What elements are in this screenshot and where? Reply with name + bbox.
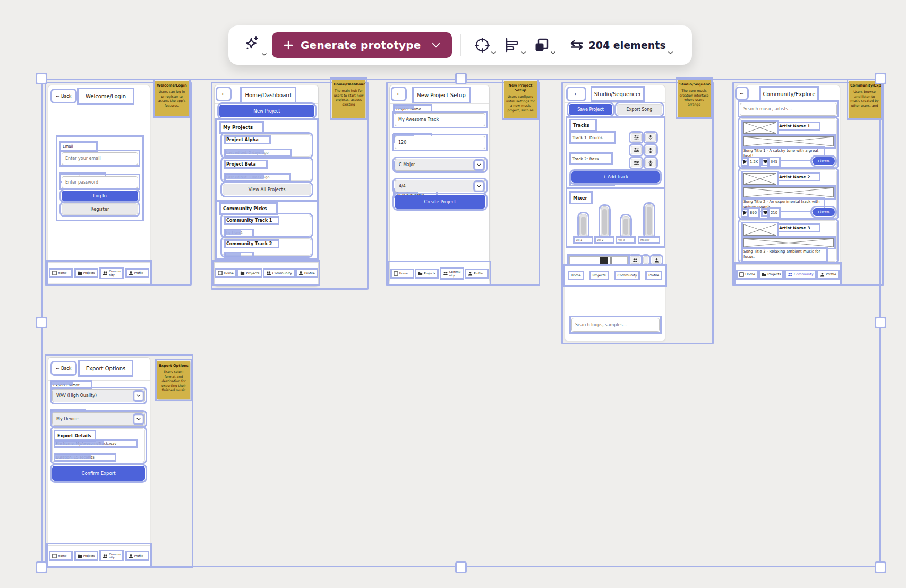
- tempo-input[interactable]: [395, 136, 485, 149]
- heart-icon[interactable]: [763, 159, 768, 164]
- create-project-button[interactable]: Create Project: [395, 195, 485, 209]
- add-track-button[interactable]: + Add Track: [571, 171, 660, 183]
- nav-item-profile[interactable]: Profile: [127, 553, 147, 559]
- sticky-note-dashboard[interactable]: Home/DashboardThe main hub for users to …: [332, 80, 365, 118]
- login-button[interactable]: Log In: [62, 191, 138, 201]
- sticky-note-studio[interactable]: Studio/SequencerThe core music creation …: [678, 80, 711, 117]
- nav-item-community[interactable]: Community: [442, 270, 462, 278]
- project-card[interactable]: Project Beta Last edited: 1 week ago: [223, 159, 311, 181]
- music-search-input[interactable]: [740, 103, 837, 116]
- register-button[interactable]: Register: [62, 203, 138, 215]
- community-song-card[interactable]: Artist Name 1 Song Title 1 - A catchy tu…: [740, 118, 837, 167]
- destination-select[interactable]: My Device: [52, 412, 145, 426]
- save-project-button[interactable]: Save Project: [569, 104, 612, 115]
- sliders-icon[interactable]: [631, 146, 642, 154]
- play-icon[interactable]: [743, 210, 747, 215]
- selection-handle-top-right[interactable]: [875, 73, 886, 84]
- nav-item-home[interactable]: Home: [738, 272, 756, 278]
- selection-handle-bottom-right[interactable]: [875, 561, 886, 573]
- sticky-note-new-project[interactable]: New Project SetupUsers configure initial…: [504, 81, 537, 118]
- selection-handle-mid-right[interactable]: [875, 317, 886, 328]
- mic-icon[interactable]: [645, 146, 656, 154]
- export-song-button[interactable]: Export Song: [617, 104, 662, 115]
- design-canvas[interactable]: ← Back Welcome/Login Email Password Log …: [0, 0, 906, 588]
- nav-item-profile[interactable]: Profile: [647, 273, 660, 278]
- nav-item-community[interactable]: Community: [265, 270, 293, 276]
- nav-item-projects[interactable]: Projects: [417, 271, 437, 276]
- screen-community[interactable]: ← Community/Explore Artist Name 1 Song T…: [736, 85, 840, 283]
- nav-item-community[interactable]: Community: [101, 269, 122, 277]
- nav-item-profile[interactable]: Profile: [127, 270, 147, 276]
- listen-button[interactable]: Listen: [813, 157, 835, 165]
- elements-count[interactable]: 204 elements: [570, 39, 671, 51]
- sticky-note-login[interactable]: Welcome/LoginUsers can log in or registe…: [155, 81, 189, 116]
- nav-item-home[interactable]: Home: [51, 553, 71, 559]
- nav-item-home[interactable]: Home: [570, 273, 582, 278]
- nav-item-home[interactable]: Home: [51, 270, 71, 276]
- screen-login[interactable]: ← Back Welcome/Login Email Password Log …: [48, 85, 150, 282]
- project-name-input[interactable]: [395, 113, 485, 126]
- back-button[interactable]: ←: [393, 89, 405, 99]
- password-input[interactable]: [62, 176, 138, 188]
- nav-item-profile[interactable]: Profile: [819, 272, 837, 278]
- view-all-projects-button[interactable]: View All Projects: [223, 184, 311, 195]
- nav-item-community[interactable]: Community: [616, 273, 638, 278]
- community-track-card[interactable]: Community Track 2 by UserB: [223, 238, 311, 256]
- selection-handle-bottom-center[interactable]: [455, 561, 467, 573]
- nav-item-projects[interactable]: Projects: [239, 270, 260, 276]
- back-button[interactable]: ← Back: [53, 363, 75, 374]
- key-select[interactable]: C Major: [395, 159, 485, 171]
- volume-slider[interactable]: [579, 214, 587, 237]
- mic-icon[interactable]: [645, 133, 656, 142]
- nav-item-community[interactable]: Community: [787, 272, 815, 278]
- ai-tools-group[interactable]: [241, 34, 263, 56]
- project-card[interactable]: Project Alpha Last edited: 2 days ago: [223, 134, 311, 157]
- sliders-icon[interactable]: [631, 133, 642, 142]
- sticky-note-export[interactable]: Export OptionsUsers select format and de…: [157, 361, 190, 399]
- time-signature-select[interactable]: 4/4: [395, 180, 485, 192]
- volume-slider[interactable]: [622, 216, 630, 237]
- nav-item-home[interactable]: Home: [392, 271, 412, 276]
- listen-button[interactable]: Listen: [813, 208, 835, 216]
- selection-handle-bottom-left[interactable]: [36, 561, 47, 573]
- nav-item-projects[interactable]: Projects: [592, 273, 607, 278]
- selection-handle-top-left[interactable]: [36, 73, 47, 84]
- community-song-card[interactable]: Artist Name 2 Song Title 2 - An experime…: [740, 169, 837, 218]
- screen-new-project[interactable]: ← New Project Setup Project Name Tempo (…: [389, 85, 490, 283]
- back-button[interactable]: ← Back: [53, 91, 75, 101]
- nav-item-projects[interactable]: Projects: [760, 272, 782, 278]
- export-format-select[interactable]: WAV (High Quality): [52, 389, 145, 402]
- screen-dashboard[interactable]: ← Home/Dashboard New Project My Projects…: [214, 85, 319, 287]
- community-track-card[interactable]: Community Track 1 by UserA: [223, 215, 311, 236]
- volume-slider[interactable]: [601, 206, 609, 237]
- loops-search-input[interactable]: [571, 318, 660, 332]
- screen-studio[interactable]: ← Studio/Sequencer Save Project Export S…: [565, 85, 665, 341]
- sticky-note-community[interactable]: Community/ExploreUsers browse and listen…: [849, 81, 881, 118]
- sliders-icon[interactable]: [631, 159, 642, 167]
- timeline-strip[interactable]: [569, 256, 628, 265]
- nav-item-profile[interactable]: Profile: [467, 271, 486, 276]
- confirm-export-button[interactable]: Confirm Export: [52, 466, 145, 481]
- nav-item-profile[interactable]: Profile: [297, 270, 316, 276]
- master-slider[interactable]: [645, 204, 653, 237]
- back-button[interactable]: ←: [218, 89, 229, 99]
- back-button[interactable]: ←: [568, 89, 584, 99]
- mic-icon[interactable]: [645, 159, 656, 167]
- nav-item-projects[interactable]: Projects: [76, 270, 96, 276]
- selection-handle-top-center[interactable]: [455, 73, 467, 84]
- align-tool[interactable]: [501, 36, 523, 55]
- screen-export[interactable]: ← Back Export Options Export Format WAV …: [48, 357, 150, 565]
- new-project-button[interactable]: New Project: [219, 105, 314, 117]
- target-tool[interactable]: [472, 36, 493, 55]
- back-button[interactable]: ←: [737, 89, 747, 98]
- layers-tool[interactable]: [531, 36, 552, 55]
- nav-item-home[interactable]: Home: [217, 270, 235, 276]
- heart-icon[interactable]: [763, 210, 768, 215]
- selection-handle-mid-left[interactable]: [36, 317, 47, 328]
- community-song-card[interactable]: Artist Name 3 Song Title 3 - Relaxing am…: [740, 220, 837, 262]
- generate-prototype-button[interactable]: Generate prototype: [272, 32, 452, 58]
- email-input[interactable]: [62, 152, 138, 165]
- play-icon[interactable]: [743, 159, 747, 165]
- nav-item-community[interactable]: Community: [101, 552, 122, 560]
- nav-item-projects[interactable]: Projects: [76, 553, 96, 559]
